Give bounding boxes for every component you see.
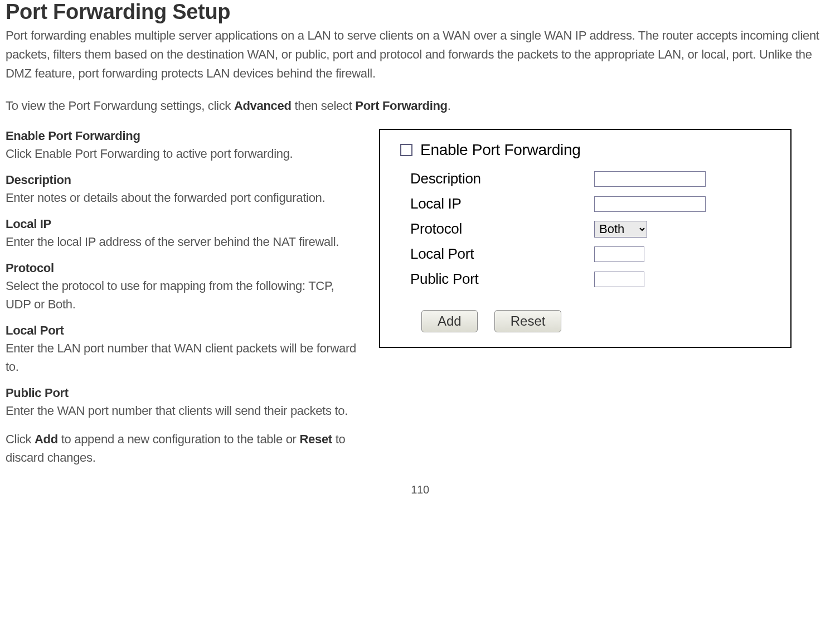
page-title: Port Forwarding Setup bbox=[6, 0, 834, 24]
field-enable: Enable Port Forwarding Click Enable Port… bbox=[6, 129, 357, 163]
public-port-input[interactable] bbox=[594, 272, 644, 287]
field-desc: Click Enable Port Forwarding to active p… bbox=[6, 144, 357, 163]
footer-text: to append a new configuration to the tab… bbox=[58, 432, 300, 446]
description-label: Description bbox=[410, 170, 594, 187]
footer-paragraph: Click Add to append a new configuration … bbox=[6, 430, 357, 467]
field-desc: Select the protocol to use for mapping f… bbox=[6, 277, 357, 313]
field-heading: Local IP bbox=[6, 217, 357, 231]
field-description: Description Enter notes or details about… bbox=[6, 173, 357, 207]
enable-checkbox[interactable] bbox=[400, 144, 412, 156]
button-row: Add Reset bbox=[421, 310, 777, 332]
row-description: Description bbox=[410, 170, 777, 187]
public-port-label: Public Port bbox=[410, 270, 594, 288]
footer-text: Click bbox=[6, 432, 35, 446]
field-desc: Enter the local IP address of the server… bbox=[6, 233, 357, 251]
enable-label: Enable Port Forwarding bbox=[420, 141, 581, 159]
enable-row: Enable Port Forwarding bbox=[400, 141, 777, 159]
row-protocol: Protocol Both bbox=[410, 220, 777, 238]
nav-text: To view the Port Forwardung settings, cl… bbox=[6, 99, 234, 113]
protocol-select[interactable]: Both bbox=[594, 221, 647, 238]
field-desc: Enter the LAN port number that WAN clien… bbox=[6, 339, 357, 376]
local-port-label: Local Port bbox=[410, 245, 594, 263]
nav-bold-portforwarding: Port Forwarding bbox=[355, 99, 447, 113]
field-heading: Protocol bbox=[6, 261, 357, 275]
field-heading: Public Port bbox=[6, 386, 357, 400]
local-ip-label: Local IP bbox=[410, 195, 594, 212]
field-heading: Local Port bbox=[6, 323, 357, 338]
protocol-label: Protocol bbox=[410, 220, 594, 238]
nav-bold-advanced: Advanced bbox=[234, 99, 292, 113]
right-column: Enable Port Forwarding Description Local… bbox=[379, 129, 792, 348]
reset-button[interactable]: Reset bbox=[494, 310, 562, 332]
intro-paragraph: Port forwarding enables multiple server … bbox=[6, 26, 834, 83]
page-number: 110 bbox=[6, 483, 834, 496]
row-local-port: Local Port bbox=[410, 245, 777, 263]
field-heading: Enable Port Forwarding bbox=[6, 129, 357, 143]
nav-instruction: To view the Port Forwardung settings, cl… bbox=[6, 99, 834, 113]
field-local-port: Local Port Enter the LAN port number tha… bbox=[6, 323, 357, 376]
row-public-port: Public Port bbox=[410, 270, 777, 288]
footer-bold-add: Add bbox=[35, 432, 58, 446]
field-public-port: Public Port Enter the WAN port number th… bbox=[6, 386, 357, 420]
add-button[interactable]: Add bbox=[421, 310, 478, 332]
nav-text: . bbox=[448, 99, 451, 113]
field-heading: Description bbox=[6, 173, 357, 187]
field-desc: Enter the WAN port number that clients w… bbox=[6, 401, 357, 420]
field-protocol: Protocol Select the protocol to use for … bbox=[6, 261, 357, 313]
row-local-ip: Local IP bbox=[410, 195, 777, 212]
field-local-ip: Local IP Enter the local IP address of t… bbox=[6, 217, 357, 251]
left-column: Enable Port Forwarding Click Enable Port… bbox=[6, 129, 357, 467]
footer-bold-reset: Reset bbox=[299, 432, 332, 446]
local-ip-input[interactable] bbox=[594, 196, 706, 212]
field-desc: Enter notes or details about the forward… bbox=[6, 188, 357, 207]
nav-text: then select bbox=[292, 99, 356, 113]
description-input[interactable] bbox=[594, 171, 706, 187]
form-screenshot: Enable Port Forwarding Description Local… bbox=[379, 129, 792, 348]
local-port-input[interactable] bbox=[594, 246, 644, 262]
